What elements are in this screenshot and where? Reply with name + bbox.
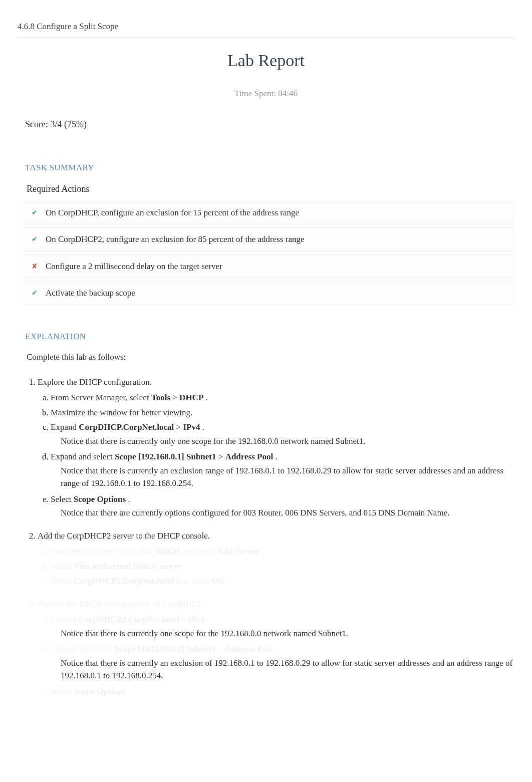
substep-fragment: > <box>181 615 188 624</box>
substep-fragment: Expand and select <box>51 644 115 654</box>
step-title: Add the CorpDHCP2 server to the DHCP con… <box>38 531 210 541</box>
substep-fragment: > <box>172 393 179 402</box>
substep-fragment: . <box>206 393 208 402</box>
substeps-list: Expand CorpDHCP2.CorpNet.local > IPv4 . … <box>51 613 514 698</box>
substep-fragment: Expand <box>51 422 79 432</box>
substep-fragment: . <box>128 494 130 504</box>
substep-bold: CorpDHCP2.CorpNet.local <box>79 615 179 624</box>
substep-bold: This authorized DHCP server <box>74 562 182 571</box>
actions-list: ✔ On CorpDHCP, configure an exclusion fo… <box>24 201 514 305</box>
action-text: On CorpDHCP2, configure an exclusion for… <box>46 233 304 246</box>
substep: Select CorpDHCP2.CorpNet.local and selec… <box>51 575 514 588</box>
substep-bold: OK <box>212 576 225 586</box>
required-actions-label: Required Actions <box>27 182 514 196</box>
breadcrumb: 4.6.8 Configure a Split Scope <box>18 20 514 33</box>
substep-bold: Address Pool <box>225 452 274 461</box>
substep: Expand and select Scope [192.168.0.1] Su… <box>51 450 514 490</box>
x-icon: ✘ <box>30 261 40 272</box>
substep-fragment: . <box>227 576 229 586</box>
substep-fragment: Select <box>51 562 74 571</box>
step-item: Explore the DHCP configuration on CorpDH… <box>38 598 514 698</box>
check-icon: ✔ <box>30 207 40 218</box>
action-row: ✔ On CorpDHCP, configure an exclusion fo… <box>24 201 514 225</box>
substep-bold: DHCP <box>179 393 203 402</box>
substep: Select Scope Options . <box>51 685 514 698</box>
substep-fragment: From the left pane, right-click <box>51 547 155 556</box>
substep: Select This authorized DHCP server . <box>51 560 514 573</box>
step-item: Add the CorpDHCP2 server to the DHCP con… <box>38 530 514 588</box>
explanation-intro: Complete this lab as follows: <box>27 351 514 364</box>
substep-fragment: Select <box>51 576 74 586</box>
action-row: ✘ Configure a 2 millisecond delay on the… <box>24 254 514 279</box>
substeps-list: From the left pane, right-click DHCP and… <box>51 545 514 588</box>
divider <box>18 37 514 38</box>
substep-fragment: > <box>218 644 225 654</box>
substep-fragment: > <box>176 422 183 432</box>
substep: Expand and select Scope [192.168.0.1] Su… <box>51 643 514 682</box>
step-title: Explore the DHCP configuration. <box>38 377 152 387</box>
substep-bold: IPv4 <box>183 422 200 432</box>
substep-fragment: . <box>202 422 204 432</box>
step-item: Explore the DHCP configuration. From Ser… <box>38 376 514 519</box>
check-icon: ✔ <box>30 234 40 244</box>
substep-fragment: and select <box>176 576 212 586</box>
task-summary-heading: TASK SUMMARY <box>25 161 514 174</box>
substep-fragment: From Server Manager, select <box>51 393 151 402</box>
score-text: Score: 3/4 (75%) <box>25 118 514 131</box>
substep-note: Notice that there is currently an exclus… <box>61 657 514 682</box>
time-spent: Time Spent: 04:46 <box>18 87 514 100</box>
substep-bold: Add Server <box>217 547 259 556</box>
action-text: Configure a 2 millisecond delay on the t… <box>46 260 222 273</box>
substep-fragment: Expand <box>51 615 79 624</box>
substep-bold: Scope [192.168.0.1] Subnet1 <box>115 644 216 654</box>
substep-fragment: and select <box>181 547 217 556</box>
page-title: Lab Report <box>18 48 514 73</box>
substep-bold: Address Pool <box>225 644 274 654</box>
substep: Expand CorpDHCP2.CorpNet.local > IPv4 . … <box>51 613 514 640</box>
substep-note: Notice that there is currently an exclus… <box>61 464 514 490</box>
substep-note: Notice that there are currently options … <box>61 506 514 519</box>
substep: Maximize the window for better viewing. <box>51 406 514 419</box>
substep: From Server Manager, select Tools > DHCP… <box>51 391 514 404</box>
substep-bold: CorpDHCP.CorpNet.local <box>79 422 174 432</box>
substep-fragment: . <box>184 562 186 571</box>
explanation-body: Complete this lab as follows: Explore th… <box>27 351 514 698</box>
action-row: ✔ On CorpDHCP2, configure an exclusion f… <box>24 227 514 251</box>
substep-fragment: Expand and select <box>51 452 115 461</box>
substep-fragment: Select <box>51 494 74 504</box>
substep-note: Notice that there is currently only one … <box>61 435 514 448</box>
substep-fragment: . <box>275 452 277 461</box>
substep: Expand CorpDHCP.CorpNet.local > IPv4 . N… <box>51 421 514 447</box>
substep-bold: Tools <box>151 393 170 402</box>
substeps-list: From Server Manager, select Tools > DHCP… <box>51 391 514 519</box>
substep: From the left pane, right-click DHCP and… <box>51 545 514 558</box>
action-row: ✔ Activate the backup scope <box>24 281 514 305</box>
substep-bold: DHCP <box>155 547 179 556</box>
substep-fragment: > <box>218 452 225 461</box>
substep-fragment: . <box>128 687 130 696</box>
substep-bold: Scope [192.168.0.1] Subnet1 <box>115 452 216 461</box>
action-text: Activate the backup scope <box>46 287 135 300</box>
substep-fragment: . <box>275 644 277 654</box>
check-icon: ✔ <box>30 288 40 298</box>
substep-fragment: . <box>261 547 263 556</box>
substep-bold: Scope Options <box>74 494 126 504</box>
action-text: On CorpDHCP, configure an exclusion for … <box>46 206 299 219</box>
substep-bold: CorpDHCP2.CorpNet.local <box>74 576 174 586</box>
substep-bold: Scope Options <box>74 687 126 696</box>
explanation-heading: EXPLANATION <box>25 330 514 343</box>
substep: Select Scope Options . Notice that there… <box>51 493 514 519</box>
substep-fragment: . <box>207 615 209 624</box>
step-title: Explore the DHCP configuration on CorpDH… <box>38 599 208 609</box>
substep-bold: IPv4 <box>188 615 205 624</box>
substep-fragment: Select <box>51 687 74 696</box>
steps-list: Explore the DHCP configuration. From Ser… <box>38 376 514 698</box>
substep-note: Notice that there is currently one scope… <box>61 627 514 640</box>
